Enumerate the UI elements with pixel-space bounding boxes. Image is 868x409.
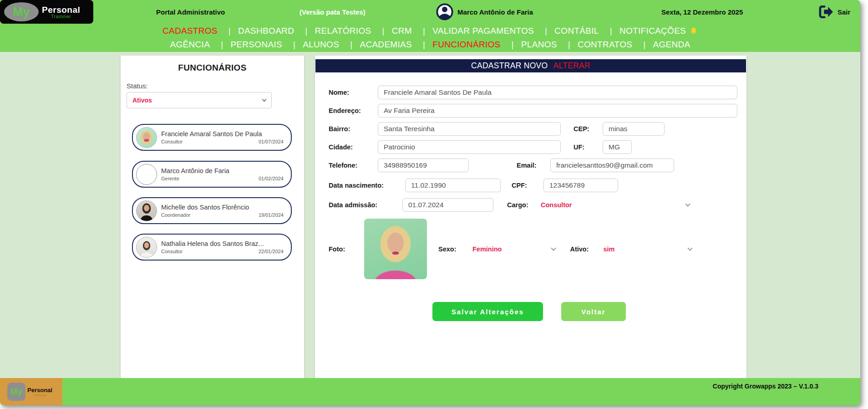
employee-form-panel: CADASTRAR NOVO ALTERAR Nome: Endereço: B…	[315, 56, 746, 378]
logout-label: Sair	[838, 8, 850, 16]
sexo-label: Sexo:	[438, 245, 462, 253]
uf-field[interactable]	[603, 140, 632, 154]
nav-notificacoes[interactable]: NOTIFICAÇÕES	[619, 26, 698, 36]
sub-nav-row2: AGÊNCIA PERSONAIS ALUNOS ACADEMIAS FUNCI…	[0, 38, 860, 51]
data-nascimento-label: Data nascimento:	[329, 182, 405, 189]
form-actions: Salvar Alterações Voltar	[432, 302, 626, 321]
nav-academias[interactable]: ACADEMIAS	[360, 40, 425, 50]
nav-relatorios[interactable]: RELATÓRIOS	[315, 26, 384, 36]
avatar	[136, 200, 157, 221]
status-select[interactable]: Ativos	[127, 92, 272, 108]
nav-dashboard[interactable]: DASHBOARD	[238, 26, 307, 36]
nav-personais[interactable]: PERSONAIS	[230, 40, 295, 50]
footer-logo-my-text: My	[10, 387, 22, 397]
employee-date: 01/07/2024	[259, 139, 284, 144]
chevron-down-icon[interactable]	[687, 245, 692, 251]
tab-cadastrar-novo[interactable]: CADASTRAR NOVO	[471, 61, 548, 71]
nav-validar-pagamentos[interactable]: VALIDAR PAGAMENTOS	[432, 26, 547, 36]
employee-card-michelle[interactable]: Michelle dos Santos Florêncio Coordenado…	[132, 197, 292, 224]
nav-funcionarios[interactable]: FUNCIONÁRIOS	[432, 40, 514, 50]
row-foto-sexo-ativo: Foto: Sexo: Feminino Ativo: sim	[329, 219, 737, 279]
ativo-label: Ativo:	[570, 245, 593, 253]
footer-logo-trainner-text: Trainner	[33, 393, 47, 397]
avatar	[136, 127, 157, 148]
employee-card-marco[interactable]: Marco Antônio de Faria Gerente 01/02/202…	[132, 161, 292, 188]
version-note: (Versão pata Testes)	[299, 0, 365, 24]
save-button[interactable]: Salvar Alterações	[432, 302, 543, 321]
back-button[interactable]: Voltar	[561, 302, 626, 321]
footer-logo-wordmark: Personal Trainner	[27, 387, 52, 397]
nav-planos[interactable]: PLANOS	[521, 40, 570, 50]
data-admissao-field[interactable]	[402, 198, 493, 212]
bairro-field[interactable]	[378, 122, 561, 136]
employees-sidebar: FUNCIONÁRIOS Status: Ativos Franciele Am…	[121, 56, 304, 378]
footer-logo-personal-text: Personal	[27, 387, 52, 394]
avatar	[136, 237, 157, 258]
cidade-field[interactable]	[378, 140, 561, 154]
nav-agenda[interactable]: AGENDA	[653, 40, 690, 50]
employee-info: Franciele Amaral Santos De Paula Consult…	[161, 130, 284, 144]
telefone-field[interactable]	[378, 158, 469, 172]
employee-card-franciele[interactable]: Franciele Amaral Santos De Paula Consult…	[132, 124, 292, 151]
data-nascimento-field[interactable]	[405, 179, 501, 192]
employee-role: Consultor	[161, 249, 183, 254]
footer-logo-block: My Personal Trainner	[0, 378, 62, 405]
employee-role: Consultor	[161, 139, 183, 144]
logout-button[interactable]: Sair	[818, 0, 850, 24]
logo-personal-text: Personal	[42, 5, 80, 15]
bell-icon	[690, 27, 698, 35]
nav-contabil[interactable]: CONTÁBIL	[554, 26, 612, 36]
logo-trainner-text: Trainner	[51, 14, 71, 19]
row-bairro-cep: Bairro: CEP:	[329, 122, 737, 136]
app-logo: My Personal Trainner	[0, 0, 93, 24]
ativo-select-value[interactable]: sim	[603, 245, 614, 253]
cep-field[interactable]	[603, 122, 665, 136]
employee-date: 22/01/2024	[259, 249, 284, 254]
footer: My Personal Trainner Copyright Growapps …	[0, 378, 860, 405]
sexo-select-value[interactable]: Feminino	[472, 245, 502, 253]
nav-agencia[interactable]: AGÊNCIA	[170, 40, 223, 50]
status-label: Status:	[127, 82, 148, 90]
main-nav-row1: CADASTROS DASHBOARD RELATÓRIOS CRM VALID…	[0, 24, 860, 38]
tab-alterar[interactable]: ALTERAR	[553, 61, 591, 71]
footer-logo-badge: My	[7, 383, 25, 401]
nav-alunos[interactable]: ALUNOS	[303, 40, 352, 50]
chevron-down-icon[interactable]	[685, 201, 690, 206]
cargo-label: Cargo:	[507, 201, 533, 209]
current-date: Sexta, 12 Dezembro 2025	[661, 0, 743, 24]
uf-label: UF:	[574, 143, 603, 151]
logout-icon	[818, 5, 834, 19]
nav-contratos[interactable]: CONTRATOS	[578, 40, 645, 50]
logo-wordmark: Personal Trainner	[42, 5, 80, 19]
row-endereco: Endereço:	[329, 104, 737, 118]
employee-date: 19/01/2024	[259, 212, 284, 218]
nome-field[interactable]	[378, 86, 737, 99]
avatar	[136, 164, 157, 185]
current-user: Marco Antônio de Faria	[436, 0, 533, 24]
employee-card-nathalia[interactable]: Nathalia Helena dos Santos Braz... Consu…	[132, 234, 292, 261]
employee-info: Marco Antônio de Faria Gerente 01/02/202…	[161, 167, 284, 181]
row-nome: Nome:	[329, 86, 737, 99]
row-nascimento-cpf: Data nascimento: CPF:	[329, 179, 737, 192]
cep-label: CEP:	[574, 125, 603, 133]
email-label: Email:	[517, 162, 544, 169]
cpf-field[interactable]	[543, 179, 618, 192]
employee-name: Nathalia Helena dos Santos Braz...	[161, 240, 284, 247]
nav-crm[interactable]: CRM	[392, 26, 425, 36]
form-header-bar: CADASTRAR NOVO ALTERAR	[315, 59, 746, 72]
sidebar-title: FUNCIONÁRIOS	[121, 63, 304, 73]
email-field[interactable]	[550, 158, 674, 172]
app-window: My Personal Trainner Portal Administrati…	[0, 0, 860, 405]
cpf-label: CPF:	[512, 182, 535, 189]
employee-role: Coordenador	[161, 212, 190, 218]
chevron-down-icon[interactable]	[551, 245, 556, 251]
employee-role: Gerente	[161, 176, 179, 181]
cargo-select-value[interactable]: Consultor	[541, 201, 572, 209]
nav-cadastros[interactable]: CADASTROS	[162, 26, 231, 36]
row-cidade-uf: Cidade: UF:	[329, 140, 737, 154]
header: My Personal Trainner Portal Administrati…	[0, 0, 860, 52]
employee-photo[interactable]	[364, 219, 427, 279]
employee-name: Michelle dos Santos Florêncio	[161, 204, 284, 211]
employee-date: 01/02/2024	[259, 176, 284, 181]
endereco-field[interactable]	[378, 104, 737, 118]
